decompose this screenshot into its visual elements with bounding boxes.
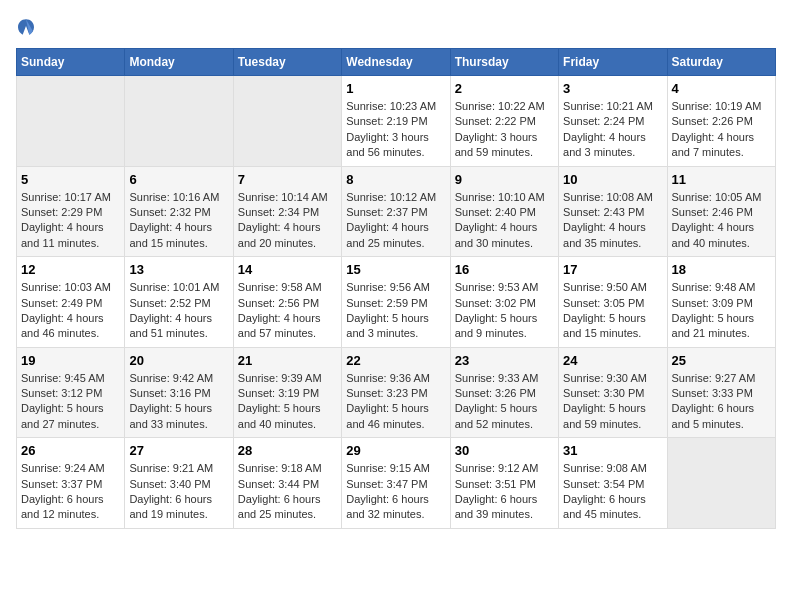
day-info: Sunrise: 9:08 AMSunset: 3:54 PMDaylight:… <box>563 461 662 523</box>
day-number: 2 <box>455 81 554 96</box>
calendar-cell: 3Sunrise: 10:21 AMSunset: 2:24 PMDayligh… <box>559 76 667 167</box>
calendar-cell: 10Sunrise: 10:08 AMSunset: 2:43 PMDaylig… <box>559 166 667 257</box>
day-info: Sunrise: 10:22 AMSunset: 2:22 PMDaylight… <box>455 99 554 161</box>
calendar-cell: 29Sunrise: 9:15 AMSunset: 3:47 PMDayligh… <box>342 438 450 529</box>
day-number: 14 <box>238 262 337 277</box>
calendar-cell: 31Sunrise: 9:08 AMSunset: 3:54 PMDayligh… <box>559 438 667 529</box>
day-info: Sunrise: 10:14 AMSunset: 2:34 PMDaylight… <box>238 190 337 252</box>
day-number: 8 <box>346 172 445 187</box>
day-number: 16 <box>455 262 554 277</box>
calendar-cell: 11Sunrise: 10:05 AMSunset: 2:46 PMDaylig… <box>667 166 775 257</box>
page-header <box>16 16 776 36</box>
day-info: Sunrise: 9:48 AMSunset: 3:09 PMDaylight:… <box>672 280 771 342</box>
calendar-cell: 1Sunrise: 10:23 AMSunset: 2:19 PMDayligh… <box>342 76 450 167</box>
calendar-cell: 23Sunrise: 9:33 AMSunset: 3:26 PMDayligh… <box>450 347 558 438</box>
weekday-header-monday: Monday <box>125 49 233 76</box>
day-info: Sunrise: 10:01 AMSunset: 2:52 PMDaylight… <box>129 280 228 342</box>
day-info: Sunrise: 10:17 AMSunset: 2:29 PMDaylight… <box>21 190 120 252</box>
week-row-2: 5Sunrise: 10:17 AMSunset: 2:29 PMDayligh… <box>17 166 776 257</box>
day-info: Sunrise: 10:12 AMSunset: 2:37 PMDaylight… <box>346 190 445 252</box>
day-number: 22 <box>346 353 445 368</box>
calendar-cell: 12Sunrise: 10:03 AMSunset: 2:49 PMDaylig… <box>17 257 125 348</box>
day-number: 23 <box>455 353 554 368</box>
calendar-cell: 28Sunrise: 9:18 AMSunset: 3:44 PMDayligh… <box>233 438 341 529</box>
day-info: Sunrise: 9:58 AMSunset: 2:56 PMDaylight:… <box>238 280 337 342</box>
week-row-4: 19Sunrise: 9:45 AMSunset: 3:12 PMDayligh… <box>17 347 776 438</box>
day-number: 20 <box>129 353 228 368</box>
calendar-cell: 25Sunrise: 9:27 AMSunset: 3:33 PMDayligh… <box>667 347 775 438</box>
day-info: Sunrise: 9:27 AMSunset: 3:33 PMDaylight:… <box>672 371 771 433</box>
calendar-cell: 20Sunrise: 9:42 AMSunset: 3:16 PMDayligh… <box>125 347 233 438</box>
day-number: 5 <box>21 172 120 187</box>
day-number: 28 <box>238 443 337 458</box>
day-number: 31 <box>563 443 662 458</box>
day-number: 7 <box>238 172 337 187</box>
day-number: 15 <box>346 262 445 277</box>
day-number: 6 <box>129 172 228 187</box>
logo-icon <box>16 16 36 36</box>
week-row-3: 12Sunrise: 10:03 AMSunset: 2:49 PMDaylig… <box>17 257 776 348</box>
day-info: Sunrise: 9:53 AMSunset: 3:02 PMDaylight:… <box>455 280 554 342</box>
day-info: Sunrise: 9:42 AMSunset: 3:16 PMDaylight:… <box>129 371 228 433</box>
calendar-cell: 7Sunrise: 10:14 AMSunset: 2:34 PMDayligh… <box>233 166 341 257</box>
week-row-5: 26Sunrise: 9:24 AMSunset: 3:37 PMDayligh… <box>17 438 776 529</box>
day-info: Sunrise: 9:45 AMSunset: 3:12 PMDaylight:… <box>21 371 120 433</box>
week-row-1: 1Sunrise: 10:23 AMSunset: 2:19 PMDayligh… <box>17 76 776 167</box>
weekday-header-row: SundayMondayTuesdayWednesdayThursdayFrid… <box>17 49 776 76</box>
day-info: Sunrise: 9:36 AMSunset: 3:23 PMDaylight:… <box>346 371 445 433</box>
day-info: Sunrise: 9:33 AMSunset: 3:26 PMDaylight:… <box>455 371 554 433</box>
day-info: Sunrise: 10:19 AMSunset: 2:26 PMDaylight… <box>672 99 771 161</box>
day-number: 17 <box>563 262 662 277</box>
calendar-table: SundayMondayTuesdayWednesdayThursdayFrid… <box>16 48 776 529</box>
calendar-cell: 26Sunrise: 9:24 AMSunset: 3:37 PMDayligh… <box>17 438 125 529</box>
calendar-cell: 9Sunrise: 10:10 AMSunset: 2:40 PMDayligh… <box>450 166 558 257</box>
day-number: 30 <box>455 443 554 458</box>
day-info: Sunrise: 10:08 AMSunset: 2:43 PMDaylight… <box>563 190 662 252</box>
calendar-cell: 6Sunrise: 10:16 AMSunset: 2:32 PMDayligh… <box>125 166 233 257</box>
day-number: 12 <box>21 262 120 277</box>
day-info: Sunrise: 9:39 AMSunset: 3:19 PMDaylight:… <box>238 371 337 433</box>
day-number: 19 <box>21 353 120 368</box>
calendar-cell <box>667 438 775 529</box>
weekday-header-sunday: Sunday <box>17 49 125 76</box>
calendar-cell: 8Sunrise: 10:12 AMSunset: 2:37 PMDayligh… <box>342 166 450 257</box>
day-info: Sunrise: 9:56 AMSunset: 2:59 PMDaylight:… <box>346 280 445 342</box>
calendar-cell: 2Sunrise: 10:22 AMSunset: 2:22 PMDayligh… <box>450 76 558 167</box>
day-info: Sunrise: 9:24 AMSunset: 3:37 PMDaylight:… <box>21 461 120 523</box>
day-info: Sunrise: 10:03 AMSunset: 2:49 PMDaylight… <box>21 280 120 342</box>
day-number: 13 <box>129 262 228 277</box>
day-number: 29 <box>346 443 445 458</box>
day-info: Sunrise: 10:05 AMSunset: 2:46 PMDaylight… <box>672 190 771 252</box>
day-info: Sunrise: 10:16 AMSunset: 2:32 PMDaylight… <box>129 190 228 252</box>
day-number: 9 <box>455 172 554 187</box>
day-info: Sunrise: 9:18 AMSunset: 3:44 PMDaylight:… <box>238 461 337 523</box>
calendar-cell: 27Sunrise: 9:21 AMSunset: 3:40 PMDayligh… <box>125 438 233 529</box>
day-number: 24 <box>563 353 662 368</box>
day-number: 21 <box>238 353 337 368</box>
day-number: 4 <box>672 81 771 96</box>
day-number: 26 <box>21 443 120 458</box>
weekday-header-wednesday: Wednesday <box>342 49 450 76</box>
calendar-cell: 24Sunrise: 9:30 AMSunset: 3:30 PMDayligh… <box>559 347 667 438</box>
calendar-cell <box>17 76 125 167</box>
calendar-cell: 16Sunrise: 9:53 AMSunset: 3:02 PMDayligh… <box>450 257 558 348</box>
day-number: 11 <box>672 172 771 187</box>
day-info: Sunrise: 9:12 AMSunset: 3:51 PMDaylight:… <box>455 461 554 523</box>
calendar-cell: 22Sunrise: 9:36 AMSunset: 3:23 PMDayligh… <box>342 347 450 438</box>
day-info: Sunrise: 9:50 AMSunset: 3:05 PMDaylight:… <box>563 280 662 342</box>
weekday-header-tuesday: Tuesday <box>233 49 341 76</box>
day-info: Sunrise: 10:21 AMSunset: 2:24 PMDaylight… <box>563 99 662 161</box>
day-info: Sunrise: 9:21 AMSunset: 3:40 PMDaylight:… <box>129 461 228 523</box>
day-number: 27 <box>129 443 228 458</box>
day-number: 1 <box>346 81 445 96</box>
day-number: 10 <box>563 172 662 187</box>
calendar-cell: 21Sunrise: 9:39 AMSunset: 3:19 PMDayligh… <box>233 347 341 438</box>
calendar-cell: 15Sunrise: 9:56 AMSunset: 2:59 PMDayligh… <box>342 257 450 348</box>
weekday-header-saturday: Saturday <box>667 49 775 76</box>
calendar-cell: 30Sunrise: 9:12 AMSunset: 3:51 PMDayligh… <box>450 438 558 529</box>
calendar-cell: 4Sunrise: 10:19 AMSunset: 2:26 PMDayligh… <box>667 76 775 167</box>
calendar-cell: 5Sunrise: 10:17 AMSunset: 2:29 PMDayligh… <box>17 166 125 257</box>
calendar-cell: 17Sunrise: 9:50 AMSunset: 3:05 PMDayligh… <box>559 257 667 348</box>
calendar-cell: 14Sunrise: 9:58 AMSunset: 2:56 PMDayligh… <box>233 257 341 348</box>
calendar-cell: 19Sunrise: 9:45 AMSunset: 3:12 PMDayligh… <box>17 347 125 438</box>
